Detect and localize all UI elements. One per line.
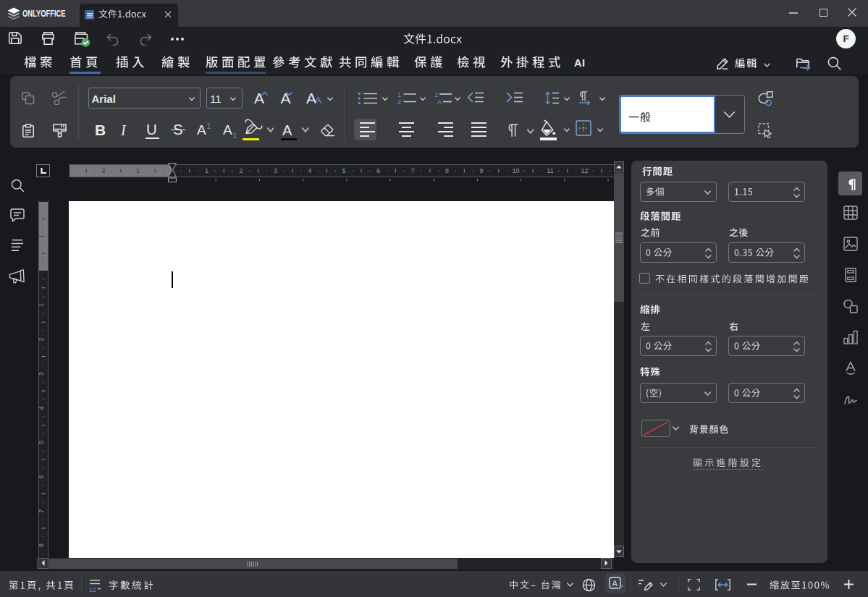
svg-text:9: 9: [479, 167, 483, 174]
svg-text:A: A: [612, 579, 618, 588]
svg-text:3: 3: [38, 372, 45, 376]
svg-text:6: 6: [376, 167, 380, 174]
svg-text:4: 4: [38, 406, 45, 410]
svg-text:8: 8: [445, 167, 449, 174]
svg-text:7: 7: [38, 509, 45, 513]
svg-text:2: 2: [397, 98, 401, 105]
svg-text:2: 2: [102, 167, 106, 174]
svg-text:5: 5: [38, 441, 45, 444]
svg-text:10: 10: [512, 167, 519, 174]
svg-text:3: 3: [274, 167, 277, 174]
svg-text:8: 8: [38, 543, 45, 547]
svg-text:6: 6: [38, 475, 45, 478]
svg-text:7: 7: [411, 167, 415, 174]
svg-text:1: 1: [38, 234, 45, 238]
svg-text:A: A: [437, 98, 442, 105]
svg-text:11: 11: [547, 167, 553, 174]
svg-text:5: 5: [342, 167, 346, 174]
svg-text:1: 1: [38, 303, 45, 307]
svg-text:12: 12: [89, 586, 96, 593]
svg-text:1: 1: [136, 167, 140, 174]
svg-text:4: 4: [308, 167, 311, 174]
svg-text:1: 1: [205, 167, 208, 174]
svg-text:2: 2: [38, 337, 45, 341]
svg-text:2: 2: [239, 167, 243, 174]
svg-text:12: 12: [581, 167, 588, 174]
